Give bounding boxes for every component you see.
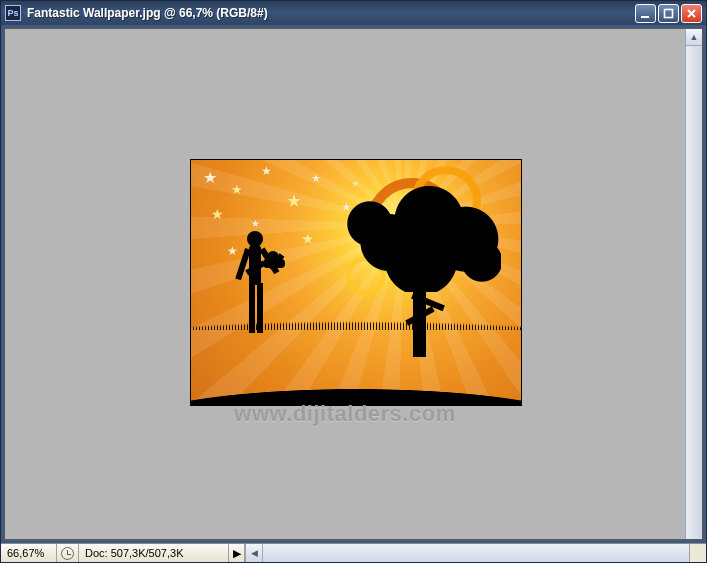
zoom-field[interactable]: 66,67% bbox=[1, 544, 57, 562]
svg-rect-6 bbox=[235, 248, 251, 280]
status-bar: 66,67% Doc: 507,3K/507,3K ▶ ◀ bbox=[1, 543, 706, 562]
scroll-up-arrow-icon[interactable]: ▲ bbox=[686, 29, 702, 46]
horizontal-scrollbar[interactable]: ◀ bbox=[245, 544, 689, 562]
doc-info[interactable]: Doc: 507,3K/507,3K bbox=[79, 544, 229, 562]
grass-silhouette bbox=[190, 312, 522, 406]
timing-icon[interactable] bbox=[57, 544, 79, 562]
maximize-button[interactable] bbox=[658, 4, 679, 23]
minimize-button[interactable] bbox=[635, 4, 656, 23]
scroll-left-arrow-icon[interactable]: ◀ bbox=[246, 544, 263, 562]
svg-rect-0 bbox=[641, 16, 649, 18]
resize-corner[interactable] bbox=[689, 544, 706, 562]
scroll-track[interactable] bbox=[686, 46, 702, 539]
document-frame: ★ ★ ★ ★ ★ ★ ★ ★ ★ ★ ★ ★ bbox=[4, 28, 703, 540]
status-menu-arrow-icon[interactable]: ▶ bbox=[229, 544, 245, 562]
close-button[interactable] bbox=[681, 4, 702, 23]
scroll-track[interactable] bbox=[263, 544, 689, 562]
title-bar[interactable]: Ps Fantastic Wallpaper.jpg @ 66,7% (RGB/… bbox=[1, 1, 706, 25]
vertical-scrollbar[interactable]: ▲ bbox=[685, 29, 702, 539]
document-window: Ps Fantastic Wallpaper.jpg @ 66,7% (RGB/… bbox=[0, 0, 707, 563]
svg-rect-1 bbox=[665, 9, 673, 17]
canvas-area[interactable]: ★ ★ ★ ★ ★ ★ ★ ★ ★ ★ ★ ★ bbox=[5, 29, 685, 539]
doc-label: Doc: bbox=[85, 547, 108, 559]
window-title: Fantastic Wallpaper.jpg @ 66,7% (RGB/8#) bbox=[27, 6, 635, 20]
image-canvas[interactable]: ★ ★ ★ ★ ★ ★ ★ ★ ★ ★ ★ ★ bbox=[190, 159, 522, 406]
app-icon: Ps bbox=[5, 5, 21, 21]
clock-icon bbox=[61, 547, 74, 560]
svg-point-2 bbox=[247, 231, 263, 247]
window-controls bbox=[635, 4, 702, 23]
doc-value: 507,3K/507,3K bbox=[111, 547, 184, 559]
